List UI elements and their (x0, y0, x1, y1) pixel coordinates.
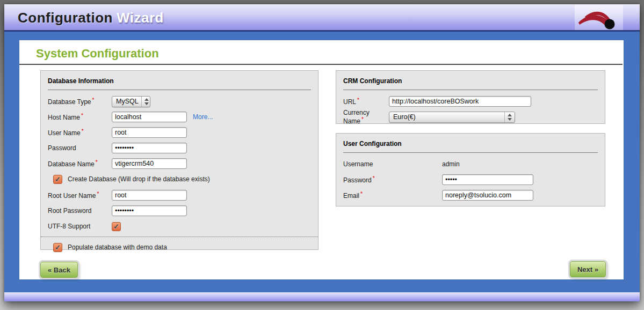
root-user-name-label: Root User Name* (48, 191, 112, 200)
currency-name-value: Euro(€) (393, 113, 502, 121)
db-password-input[interactable] (112, 143, 187, 153)
crm-panel-title: CRM Configuration (343, 77, 598, 85)
required-asterisk: * (82, 128, 84, 134)
admin-password-input[interactable] (442, 174, 533, 185)
create-database-row: ✓ Create Database (Will drop if the data… (53, 174, 311, 184)
database-type-row: Database Type* MySQL (48, 96, 311, 107)
label-text: Password (343, 176, 372, 184)
user-panel-title: User Configuration (343, 140, 598, 147)
populate-demo-data-label: Populate database with demo data (68, 243, 167, 251)
database-name-label: Database Name* (48, 159, 112, 168)
user-name-input[interactable] (112, 127, 187, 138)
required-asterisk: * (92, 97, 95, 103)
admin-password-row: Password* (343, 174, 598, 185)
username-value: admin (442, 160, 460, 168)
database-type-select[interactable]: MySQL (112, 96, 150, 107)
root-password-input[interactable] (112, 205, 187, 216)
username-label: Username (343, 160, 442, 168)
check-icon: ✓ (55, 176, 61, 183)
database-name-input[interactable] (112, 158, 187, 169)
panel-divider (48, 90, 311, 90)
next-button[interactable]: Next » (570, 261, 606, 277)
required-asterisk: * (373, 175, 375, 181)
more-link[interactable]: More... (193, 113, 213, 121)
check-icon: ✓ (113, 223, 119, 230)
label-text: Username (343, 160, 373, 168)
url-row: URL* (343, 96, 598, 107)
db-password-label: Password (48, 144, 112, 152)
root-user-name-input[interactable] (112, 190, 187, 201)
required-asterisk: * (360, 191, 363, 197)
currency-name-select[interactable]: Euro(€) (389, 112, 515, 123)
crm-configuration-panel: CRM Configuration URL* Currency Name* Eu… (336, 70, 605, 124)
app-title: ConfigurationWizard (18, 10, 164, 26)
label-text: User Name (48, 129, 81, 137)
spinner-arrows-icon (504, 112, 515, 122)
populate-demo-data-checkbox[interactable]: ✓ (53, 243, 62, 252)
database-type-label: Database Type* (48, 97, 112, 106)
email-row: Email* (343, 190, 598, 201)
utf8-support-checkbox[interactable]: ✓ (112, 222, 121, 231)
label-text: Root Password (48, 207, 91, 215)
bottom-lavender-bar (4, 292, 640, 301)
email-label: Email* (343, 191, 442, 200)
blue-frame: System Configuration Database Informatio… (4, 32, 640, 292)
content-area: System Configuration Database Informatio… (19, 40, 624, 279)
back-button[interactable]: « Back (40, 262, 78, 278)
panel-divider (343, 152, 598, 153)
required-asterisk: * (96, 159, 98, 165)
label-text: UTF-8 Support (48, 223, 90, 230)
corebos-swoosh-logo-icon (574, 6, 620, 30)
host-name-row: Host Name* More... (48, 112, 311, 122)
host-name-label: Host Name* (48, 113, 112, 121)
utf8-support-label: UTF-8 Support (48, 223, 112, 230)
label-text: Database Type (48, 98, 91, 106)
required-asterisk: * (361, 116, 364, 122)
label-text: Root User Name (48, 192, 96, 200)
currency-name-label: Currency Name* (343, 109, 389, 125)
create-database-label: Create Database (Will drop if the databa… (68, 175, 210, 183)
url-input[interactable] (389, 96, 531, 107)
currency-name-row: Currency Name* Euro(€) (343, 112, 598, 122)
label-text: Password (48, 144, 76, 152)
database-type-value: MySQL (116, 98, 139, 105)
utf8-support-row: UTF-8 Support ✓ (48, 221, 311, 232)
label-text: Host Name (48, 114, 80, 121)
root-password-label: Root Password (48, 207, 112, 215)
admin-password-label: Password* (343, 175, 442, 184)
root-password-row: Root Password (48, 205, 311, 216)
app-title-wizard: Wizard (117, 10, 164, 26)
spinner-arrows-icon (141, 97, 151, 107)
label-text: Database Name (48, 160, 95, 168)
email-input[interactable] (442, 190, 533, 201)
label-text: Currency Name (343, 109, 370, 125)
username-row: Username admin (343, 159, 598, 169)
required-asterisk: * (357, 97, 359, 103)
label-text: Email (343, 192, 359, 200)
populate-demo-data-row: ✓ Populate database with demo data (53, 242, 311, 253)
wizard-window: ConfigurationWizard System Configuration… (4, 4, 640, 301)
label-text: URL (343, 98, 356, 106)
user-name-label: User Name* (48, 128, 112, 137)
create-database-checkbox[interactable]: ✓ (53, 175, 62, 184)
root-user-name-row: Root User Name* (48, 190, 311, 201)
database-name-row: Database Name* (48, 158, 311, 169)
panel-divider (343, 90, 598, 90)
required-asterisk: * (81, 113, 83, 119)
user-configuration-panel: User Configuration Username admin Passwo… (336, 133, 605, 206)
url-label: URL* (343, 97, 389, 106)
db-password-row: Password (48, 143, 311, 153)
required-asterisk: * (97, 191, 99, 197)
check-icon: ✓ (55, 244, 61, 251)
app-title-configuration: Configuration (18, 10, 113, 26)
database-panel-title: Database Information (48, 77, 311, 85)
page-title: System Configuration (19, 47, 623, 65)
user-name-row: User Name* (48, 127, 311, 138)
title-bar: ConfigurationWizard (4, 4, 640, 30)
host-name-input[interactable] (112, 112, 187, 122)
database-information-panel: Database Information Database Type* MySQ… (40, 70, 319, 250)
dotted-divider (41, 237, 318, 237)
